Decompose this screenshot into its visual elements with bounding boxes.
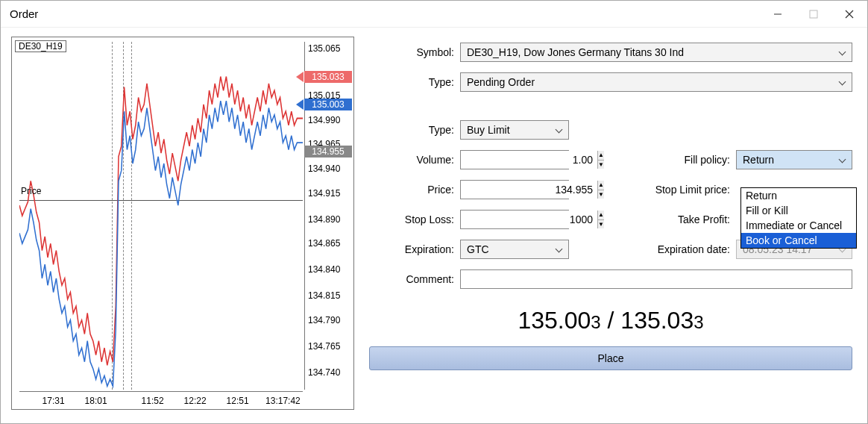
subtype-value: Buy Limit [467, 124, 510, 136]
ytick: 134.940 [308, 163, 340, 174]
ordertype-combo[interactable]: Pending Order [460, 72, 852, 92]
chart-svg [19, 42, 303, 390]
symbol-value: DE30_H19, Dow Jones Germany Titans 30 In… [467, 46, 684, 58]
fillpolicy-option-boc[interactable]: Book or Cancel [741, 233, 856, 248]
fillpolicy-option-fok[interactable]: Fill or Kill [741, 203, 856, 218]
expiration-label: Expiration: [369, 243, 460, 255]
form-panel: Symbol: DE30_H19, Dow Jones Germany Tita… [369, 37, 857, 413]
price-marker: 134.955 [304, 146, 352, 158]
quote-display: 135.003 / 135.033 [369, 307, 852, 334]
ordertype-label: Type: [369, 76, 460, 88]
maximize-icon [809, 10, 818, 19]
ytick: 134.790 [308, 315, 340, 325]
expdate-label: Expiration date: [569, 243, 736, 255]
comment-label: Comment: [369, 273, 460, 285]
minimize-icon [773, 10, 782, 19]
takeprofit-label: Take Profit: [569, 213, 736, 225]
volume-input[interactable]: ▲ ▼ [460, 150, 569, 169]
close-icon [845, 10, 854, 19]
xtick: 12:51 [227, 396, 249, 406]
ytick: 135.065 [308, 43, 340, 54]
expiration-combo[interactable]: GTC [460, 240, 569, 259]
subtype-combo[interactable]: Buy Limit [460, 120, 569, 140]
stoplimit-label: Stop Limit price: [569, 184, 736, 196]
ytick: 134.990 [308, 115, 340, 125]
axis-y: 135.065 135.015 134.990 134.965 134.940 … [304, 42, 353, 390]
axis-x: 17:31 18:01 11:52 12:22 12:51 13:17:42 [19, 391, 303, 409]
ytick: 134.915 [308, 188, 340, 199]
volume-label: Volume: [369, 154, 460, 166]
price-hline-label: Price [21, 186, 41, 196]
order-window: Order DE30_H19 Price [0, 0, 868, 424]
subtype-label: Type: [369, 124, 460, 136]
chevron-down-icon [555, 125, 564, 134]
stoploss-input[interactable]: ▲ ▼ [460, 210, 569, 229]
chart-line-bid [19, 101, 303, 386]
comment-input[interactable] [460, 269, 852, 289]
chevron-down-icon [838, 48, 847, 57]
chevron-down-icon [838, 155, 847, 164]
fillpolicy-option-return[interactable]: Return [741, 188, 856, 203]
fillpolicy-value: Return [743, 154, 774, 166]
window-controls [760, 1, 867, 27]
chart-line-ask [19, 77, 303, 366]
bid-sub: 3 [591, 312, 600, 332]
chart-panel: DE30_H19 Price 135.033 [11, 37, 354, 410]
fillpolicy-dropdown[interactable]: Return Fill or Kill Immediate or Cancel … [740, 187, 857, 249]
xtick: 12:22 [184, 396, 207, 406]
ytick: 134.740 [308, 367, 340, 378]
ytick: 134.865 [308, 238, 340, 249]
window-title: Order [10, 7, 760, 20]
close-button[interactable] [831, 1, 867, 27]
ask-marker: 135.033 [304, 71, 352, 83]
xtick: 18:01 [85, 396, 107, 406]
ordertype-value: Pending Order [467, 76, 535, 88]
price-input[interactable]: ▲ ▼ [460, 180, 569, 199]
ask-marker-arrow [296, 72, 304, 82]
stoploss-label: Stop Loss: [369, 213, 460, 225]
ask-sub: 3 [694, 312, 703, 332]
fillpolicy-option-ioc[interactable]: Immediate or Cancel [741, 218, 856, 233]
bid-main: 135.00 [518, 307, 591, 334]
bid-marker: 135.003 [304, 99, 352, 110]
price-label: Price: [369, 184, 460, 196]
xtick: 11:52 [142, 396, 164, 406]
symbol-label: Symbol: [369, 46, 460, 58]
chart-frame[interactable]: DE30_H19 Price 135.033 [11, 37, 354, 410]
chart-series-label: DE30_H19 [15, 40, 66, 52]
chevron-down-icon [555, 245, 564, 254]
fillpolicy-combo[interactable]: Return [736, 150, 852, 169]
titlebar: Order [1, 1, 867, 28]
content: DE30_H19 Price 135.033 [1, 28, 867, 423]
maximize-button [796, 1, 831, 27]
ytick: 134.765 [308, 341, 340, 352]
svg-rect-1 [810, 10, 817, 18]
place-button[interactable]: Place [369, 346, 852, 370]
xtick: 17:31 [43, 396, 65, 406]
xtick: 13:17:42 [265, 396, 301, 406]
minimize-button[interactable] [760, 1, 796, 27]
fillpolicy-label: Fill policy: [569, 154, 736, 166]
expiration-value: GTC [467, 243, 489, 255]
ytick: 134.890 [308, 214, 340, 225]
plot-area[interactable]: Price 135.033 135.003 134.955 [19, 42, 303, 390]
ask-main: 135.03 [620, 307, 694, 334]
chevron-down-icon [838, 78, 847, 87]
symbol-combo[interactable]: DE30_H19, Dow Jones Germany Titans 30 In… [460, 43, 852, 62]
bid-marker-arrow [296, 99, 304, 110]
ytick: 134.840 [308, 264, 340, 275]
ytick: 134.815 [308, 290, 340, 301]
